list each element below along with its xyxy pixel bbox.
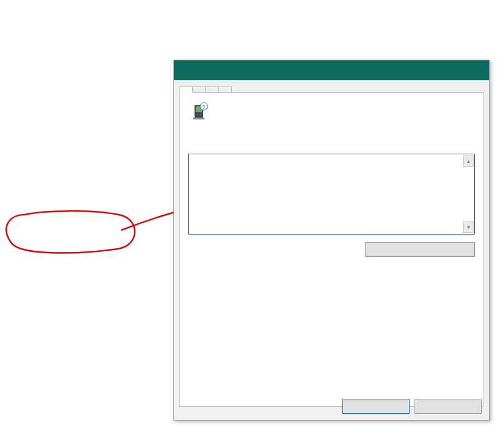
scrollbar[interactable]: ▲ ▼ xyxy=(463,156,473,233)
device-large-icon: ? xyxy=(188,101,209,123)
update-driver-button[interactable] xyxy=(365,242,475,257)
ok-button[interactable] xyxy=(342,399,410,414)
tab-events[interactable] xyxy=(218,86,232,92)
scroll-down-icon[interactable]: ▼ xyxy=(463,221,474,233)
tab-details[interactable] xyxy=(205,86,219,92)
properties-dialog: ? xyxy=(173,60,490,421)
cancel-button[interactable] xyxy=(415,399,482,414)
close-icon[interactable] xyxy=(460,60,489,80)
dialog-titlebar[interactable] xyxy=(174,60,489,80)
device-status-textbox[interactable]: ▲ ▼ xyxy=(188,154,475,235)
dialog-tabs xyxy=(174,80,489,92)
tab-driver[interactable] xyxy=(192,86,206,92)
svg-rect-2 xyxy=(193,118,204,119)
scroll-up-icon[interactable]: ▲ xyxy=(463,156,474,167)
tab-general[interactable] xyxy=(179,86,193,93)
tab-sheet: ? xyxy=(179,92,484,407)
svg-text:?: ? xyxy=(202,104,205,110)
